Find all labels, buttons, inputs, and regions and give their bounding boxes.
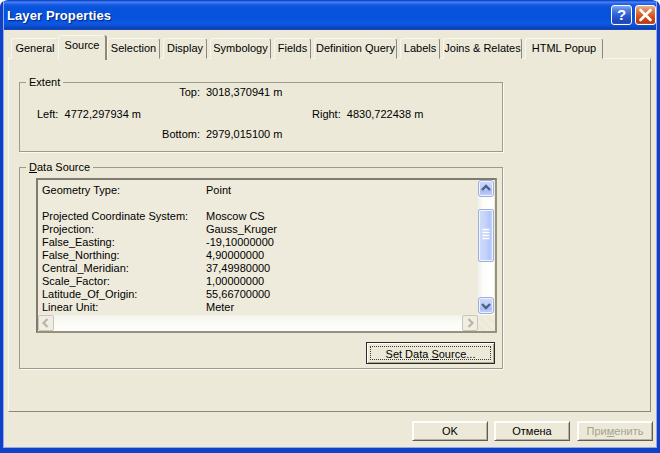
svg-text:?: ? xyxy=(617,6,626,23)
